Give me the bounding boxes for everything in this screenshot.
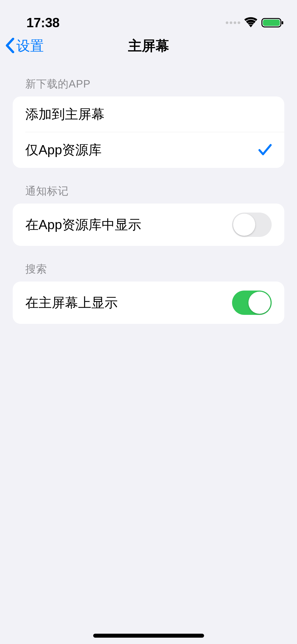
- section-header-notification-badges: 通知标记: [13, 184, 284, 204]
- section-group-notification-badges: 在App资源库中显示: [13, 204, 284, 246]
- toggle-knob: [248, 292, 271, 314]
- section-header-search: 搜索: [13, 262, 284, 282]
- section-notification-badges: 通知标记 在App资源库中显示: [13, 184, 284, 246]
- toggle-row-show-on-home-screen: 在主屏幕上显示: [13, 282, 284, 324]
- chevron-left-icon: [5, 38, 15, 54]
- navigation-bar: 设置 主屏幕: [0, 34, 297, 61]
- checkmark-icon: [258, 143, 272, 157]
- page-title: 主屏幕: [128, 37, 169, 55]
- toggle-knob: [233, 214, 255, 236]
- battery-icon: [261, 17, 284, 28]
- option-label: 仅App资源库: [25, 141, 102, 159]
- toggle-show-in-app-library[interactable]: [232, 213, 272, 237]
- home-indicator[interactable]: [93, 634, 204, 638]
- section-search: 搜索 在主屏幕上显示: [13, 262, 284, 324]
- back-button[interactable]: 设置: [5, 37, 44, 55]
- section-group-search: 在主屏幕上显示: [13, 282, 284, 324]
- option-label: 添加到主屏幕: [25, 105, 105, 123]
- toggle-show-on-home-screen[interactable]: [232, 291, 272, 315]
- toggle-label: 在主屏幕上显示: [25, 294, 118, 312]
- svg-rect-1: [263, 20, 280, 26]
- wifi-icon: [244, 17, 257, 28]
- status-bar: 17:38: [0, 0, 297, 34]
- status-indicators: [226, 17, 284, 28]
- svg-rect-2: [282, 21, 283, 24]
- section-group-new-apps: 添加到主屏幕 仅App资源库: [13, 96, 284, 168]
- status-time: 17:38: [26, 15, 59, 30]
- section-new-apps: 新下载的APP 添加到主屏幕 仅App资源库: [13, 77, 284, 168]
- toggle-row-show-in-app-library: 在App资源库中显示: [13, 204, 284, 246]
- cellular-signal-icon: [226, 21, 240, 24]
- section-header-new-apps: 新下载的APP: [13, 77, 284, 96]
- back-button-label: 设置: [16, 37, 44, 55]
- option-app-library-only[interactable]: 仅App资源库: [13, 132, 284, 168]
- toggle-label: 在App资源库中显示: [25, 216, 141, 234]
- option-add-to-home-screen[interactable]: 添加到主屏幕: [13, 96, 284, 132]
- content-area: 新下载的APP 添加到主屏幕 仅App资源库 通知标记 在App资源库中显示: [0, 61, 297, 324]
